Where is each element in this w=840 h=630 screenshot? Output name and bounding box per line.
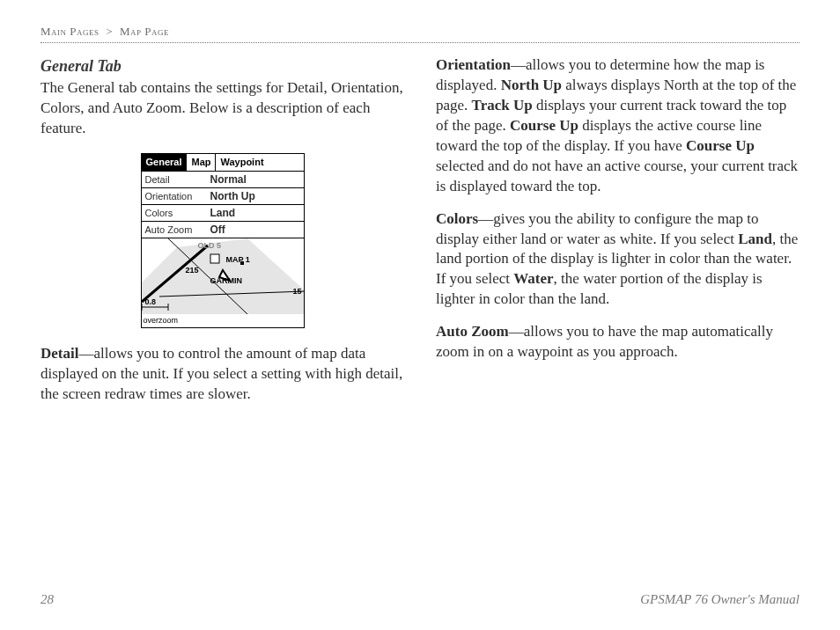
breadcrumb-sep: > xyxy=(106,25,113,38)
course-up: Course Up xyxy=(510,117,578,134)
map-brand-label: GARMIN xyxy=(210,275,243,286)
left-column: General Tab The General tab contains the… xyxy=(41,55,404,417)
map-preview: MAP 1 GARMIN 215 0.8 15 OLD 5 xyxy=(142,238,304,314)
header-divider xyxy=(41,42,799,43)
detail-label: Detail xyxy=(41,345,78,362)
settings-rows: Detail Normal Orientation North Up Color… xyxy=(142,172,304,238)
row-label: Detail xyxy=(145,173,210,187)
map-scale-label: 0.8 xyxy=(145,297,157,307)
tab-waypoint: Waypoint xyxy=(216,154,268,171)
t: —gives you the ability to configure the … xyxy=(436,210,758,247)
map-wp-label: MAP 1 xyxy=(226,254,250,265)
orientation-label: Orientation xyxy=(436,56,511,73)
row-autozoom: Auto Zoom Off xyxy=(142,222,304,238)
detail-body: —allows you to control the amount of map… xyxy=(41,345,402,402)
breadcrumb-b: Map Page xyxy=(120,25,169,38)
track-up: Track Up xyxy=(472,97,533,114)
map-right-label: 15 xyxy=(292,286,301,297)
autozoom-label: Auto Zoom xyxy=(436,323,509,340)
right-column: Orientation—allows you to determine how … xyxy=(436,55,799,417)
row-label: Auto Zoom xyxy=(145,223,210,237)
water: Water xyxy=(513,270,553,287)
colors-paragraph: Colors—gives you the ability to configur… xyxy=(436,209,799,311)
orientation-paragraph: Orientation—allows you to determine how … xyxy=(436,55,799,197)
colors-label: Colors xyxy=(436,210,478,227)
t: selected and do not have an active cours… xyxy=(436,158,798,194)
page-footer: 28 GPSMAP 76 Owner's Manual xyxy=(41,592,799,607)
intro-paragraph: The General tab contains the settings fo… xyxy=(41,78,404,139)
page-number: 28 xyxy=(41,592,54,607)
section-heading: General Tab xyxy=(41,55,404,77)
detail-paragraph: Detail—allows you to control the amount … xyxy=(41,344,404,405)
breadcrumb-a: Main Pages xyxy=(41,25,99,38)
row-detail: Detail Normal xyxy=(142,172,304,188)
doc-title: GPSMAP 76 Owner's Manual xyxy=(640,592,799,607)
map-overzoom: overzoom xyxy=(142,314,304,327)
row-label: Orientation xyxy=(145,190,210,203)
manual-page: Main Pages > Map Page General Tab The Ge… xyxy=(0,0,840,630)
map-old-label: OLD 5 xyxy=(198,240,222,251)
tab-map: Map xyxy=(187,154,216,171)
row-value: Land xyxy=(210,206,236,220)
row-value: Normal xyxy=(210,172,247,187)
row-colors: Colors Land xyxy=(142,205,304,222)
breadcrumb: Main Pages > Map Page xyxy=(41,25,799,39)
content-columns: General Tab The General tab contains the… xyxy=(41,55,799,417)
autozoom-paragraph: Auto Zoom—allows you to have the map aut… xyxy=(436,322,799,363)
tab-general: General xyxy=(142,154,188,171)
row-value: Off xyxy=(210,223,225,237)
land: Land xyxy=(738,231,772,247)
device-screenshot: General Map Waypoint Detail Normal Orien… xyxy=(141,153,305,328)
device-tabs: General Map Waypoint xyxy=(142,154,304,172)
course-up2: Course Up xyxy=(686,137,755,154)
svg-rect-7 xyxy=(210,254,219,263)
row-value: North Up xyxy=(210,189,255,203)
map-dist-label: 215 xyxy=(186,265,199,275)
north-up: North Up xyxy=(501,77,562,93)
row-label: Colors xyxy=(145,207,210,220)
row-orientation: Orientation North Up xyxy=(142,188,304,205)
